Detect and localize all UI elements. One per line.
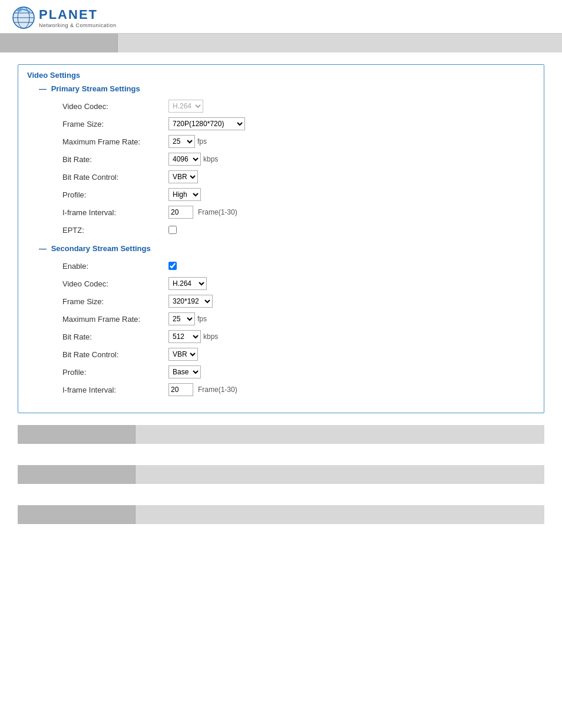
primary-max-frame-rate-control[interactable]: 12510 15202530 fps — [168, 135, 207, 148]
primary-stream-form: Video Codec: H.264 Frame Size: 720P(1280… — [62, 99, 535, 237]
spacer-2 — [18, 493, 544, 505]
secondary-kbps-unit: kbps — [203, 332, 218, 341]
primary-max-frame-rate-select[interactable]: 12510 15202530 — [168, 135, 195, 148]
bottom-bar-2-left — [18, 465, 135, 484]
top-nav-bar — [0, 34, 562, 52]
secondary-stream-form: Enable: Video Codec: H.264 Frame Size: — [62, 259, 535, 397]
secondary-enable-row: Enable: — [62, 259, 535, 273]
secondary-profile-select[interactable]: BaseMainHigh — [168, 365, 201, 378]
primary-eptz-control[interactable] — [168, 226, 177, 234]
secondary-video-codec-control[interactable]: H.264 — [168, 277, 207, 290]
secondary-enable-checkbox[interactable] — [168, 262, 177, 270]
secondary-video-codec-label: Video Codec: — [62, 279, 168, 288]
spacer-1 — [18, 453, 544, 465]
primary-profile-control[interactable]: BaseMainHigh — [168, 188, 201, 201]
secondary-bit-rate-control[interactable]: 128256 51210242048 kbps — [168, 330, 218, 343]
primary-bit-rate-control-label: Bit Rate Control: — [62, 173, 168, 182]
primary-bit-rate-select[interactable]: 51210242048 409661448192 — [168, 153, 201, 166]
bottom-bar-3 — [18, 505, 544, 524]
logo-text: PLANET Networking & Communication — [39, 7, 117, 28]
secondary-iframe-interval-control[interactable]: Frame(1-30) — [168, 383, 237, 396]
secondary-frame-size-select[interactable]: 320*192 VGA(640*480) QVGA(320*240) — [168, 295, 213, 308]
bottom-bar-3-right — [135, 505, 544, 524]
video-settings-title: Video Settings — [27, 71, 535, 80]
secondary-bit-rate-select[interactable]: 128256 51210242048 — [168, 330, 201, 343]
secondary-enable-label: Enable: — [62, 262, 168, 271]
secondary-video-codec-row: Video Codec: H.264 — [62, 276, 535, 291]
primary-bit-rate-control-select[interactable]: VBRCBR — [168, 170, 198, 183]
primary-iframe-interval-row: I-frame Interval: Frame(1-30) — [62, 205, 535, 219]
secondary-profile-row: Profile: BaseMainHigh — [62, 365, 535, 379]
primary-frame-size-row: Frame Size: 720P(1280*720) 1080P(1920*10… — [62, 117, 535, 131]
primary-video-codec-select[interactable]: H.264 — [168, 100, 203, 113]
logo: PLANET Networking & Communication — [12, 6, 550, 29]
primary-bit-rate-control[interactable]: 51210242048 409661448192 kbps — [168, 153, 218, 166]
secondary-bit-rate-control-select[interactable]: VBRCBR — [168, 348, 198, 361]
secondary-fps-unit: fps — [197, 315, 207, 323]
primary-profile-select[interactable]: BaseMainHigh — [168, 188, 201, 201]
secondary-iframe-interval-row: I-frame Interval: Frame(1-30) — [62, 383, 535, 397]
secondary-max-frame-rate-select[interactable]: 12510 15202530 — [168, 312, 195, 325]
bottom-bar-1 — [18, 425, 544, 444]
secondary-video-codec-select[interactable]: H.264 — [168, 277, 207, 290]
secondary-max-frame-rate-row: Maximum Frame Rate: 12510 15202530 fps — [62, 312, 535, 326]
primary-profile-label: Profile: — [62, 190, 168, 199]
primary-bit-rate-label: Bit Rate: — [62, 155, 168, 164]
secondary-profile-label: Profile: — [62, 368, 168, 377]
nav-right-col — [118, 34, 562, 52]
primary-bit-rate-row: Bit Rate: 51210242048 409661448192 kbps — [62, 152, 535, 166]
primary-iframe-hint: Frame(1-30) — [198, 208, 237, 216]
video-settings-box: Video Settings Primary Stream Settings V… — [18, 64, 544, 413]
primary-frame-size-control[interactable]: 720P(1280*720) 1080P(1920*1080) D1(720*4… — [168, 117, 245, 130]
secondary-bit-rate-control-ctrl[interactable]: VBRCBR — [168, 348, 198, 361]
primary-iframe-interval-input[interactable] — [168, 206, 193, 219]
header: PLANET Networking & Communication — [0, 0, 562, 34]
secondary-iframe-hint: Frame(1-30) — [198, 386, 237, 394]
primary-max-frame-rate-label: Maximum Frame Rate: — [62, 137, 168, 146]
primary-iframe-interval-label: I-frame Interval: — [62, 208, 168, 217]
logo-planet-label: PLANET — [39, 7, 117, 22]
primary-max-frame-rate-row: Maximum Frame Rate: 12510 15202530 fps — [62, 134, 535, 149]
secondary-profile-control[interactable]: BaseMainHigh — [168, 365, 201, 378]
primary-frame-size-select[interactable]: 720P(1280*720) 1080P(1920*1080) D1(720*4… — [168, 117, 245, 130]
secondary-frame-size-control[interactable]: 320*192 VGA(640*480) QVGA(320*240) — [168, 295, 213, 308]
secondary-max-frame-rate-label: Maximum Frame Rate: — [62, 315, 168, 324]
primary-bit-rate-control-ctrl[interactable]: VBRCBR — [168, 170, 198, 183]
bottom-bar-3-left — [18, 505, 135, 524]
primary-eptz-checkbox[interactable] — [168, 226, 177, 234]
secondary-iframe-interval-input[interactable] — [168, 383, 193, 396]
primary-video-codec-row: Video Codec: H.264 — [62, 99, 535, 113]
primary-kbps-unit: kbps — [203, 155, 218, 163]
nav-left-col — [0, 34, 118, 52]
primary-stream-title: Primary Stream Settings — [39, 84, 535, 93]
secondary-bit-rate-label: Bit Rate: — [62, 332, 168, 341]
primary-video-codec-control[interactable]: H.264 — [168, 100, 203, 113]
secondary-bit-rate-row: Bit Rate: 128256 51210242048 kbps — [62, 330, 535, 344]
secondary-enable-control[interactable] — [168, 262, 177, 270]
secondary-frame-size-label: Frame Size: — [62, 297, 168, 306]
planet-logo-icon — [12, 6, 35, 29]
main-content: Video Settings Primary Stream Settings V… — [0, 52, 562, 545]
bottom-bar-2 — [18, 465, 544, 484]
secondary-bit-rate-control-row: Bit Rate Control: VBRCBR — [62, 347, 535, 361]
primary-bit-rate-control-row: Bit Rate Control: VBRCBR — [62, 170, 535, 184]
svg-point-6 — [18, 8, 22, 12]
secondary-max-frame-rate-control[interactable]: 12510 15202530 fps — [168, 312, 207, 325]
primary-iframe-interval-control[interactable]: Frame(1-30) — [168, 206, 237, 219]
primary-eptz-row: EPTZ: — [62, 223, 535, 237]
bottom-bar-1-left — [18, 425, 135, 444]
bottom-bar-2-right — [135, 465, 544, 484]
primary-profile-row: Profile: BaseMainHigh — [62, 187, 535, 202]
primary-frame-size-label: Frame Size: — [62, 120, 168, 129]
secondary-bit-rate-control-label: Bit Rate Control: — [62, 350, 168, 359]
primary-video-codec-label: Video Codec: — [62, 102, 168, 111]
bottom-bar-1-right — [135, 425, 544, 444]
secondary-frame-size-row: Frame Size: 320*192 VGA(640*480) QVGA(32… — [62, 294, 535, 308]
logo-sub-label: Networking & Communication — [39, 22, 117, 28]
secondary-iframe-interval-label: I-frame Interval: — [62, 386, 168, 394]
primary-eptz-label: EPTZ: — [62, 226, 168, 235]
primary-fps-unit: fps — [197, 137, 207, 146]
secondary-stream-title: Secondary Stream Settings — [39, 244, 535, 253]
